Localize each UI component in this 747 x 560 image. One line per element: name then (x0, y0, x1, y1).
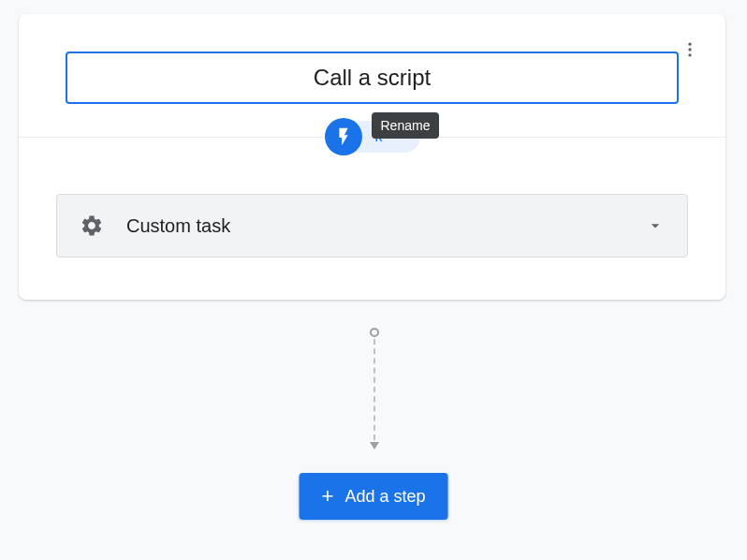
task-type-label: Custom task (126, 215, 623, 237)
arrow-down-icon (370, 442, 379, 449)
task-card: k Rename Custom task (19, 14, 725, 300)
connector-start-dot (370, 328, 379, 337)
gear-icon (80, 214, 104, 238)
bolt-icon (333, 126, 354, 147)
flow-connector (374, 328, 374, 449)
card-header: k Rename (19, 14, 725, 138)
card-body: Custom task (19, 138, 725, 300)
task-type-select[interactable]: Custom task (56, 194, 688, 258)
connector-line (374, 339, 375, 440)
rename-tooltip: Rename (372, 112, 440, 139)
task-title-input[interactable] (82, 65, 662, 91)
add-step-label: Add a step (344, 487, 425, 507)
add-step-button[interactable]: + Add a step (300, 473, 448, 520)
title-input-container[interactable] (66, 52, 679, 104)
plus-icon: + (322, 486, 334, 507)
bolt-badge (325, 118, 362, 155)
chevron-down-icon (646, 216, 665, 235)
trigger-container: k Rename (325, 118, 420, 155)
